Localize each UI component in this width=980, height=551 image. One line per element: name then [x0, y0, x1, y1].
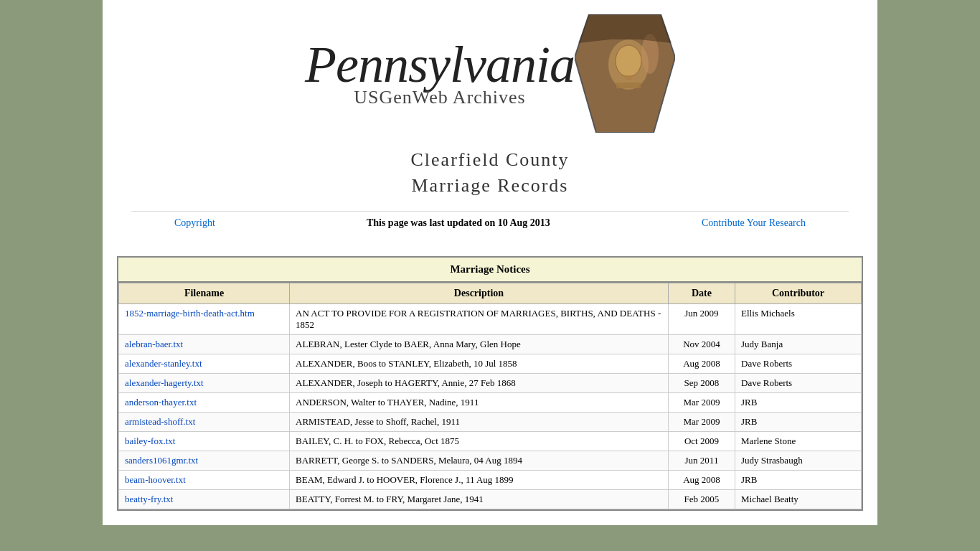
date-cell: Mar 2009 [668, 392, 735, 412]
last-updated-text: This page was last updated on 10 Aug 201… [367, 217, 550, 229]
date-cell: Mar 2009 [668, 412, 735, 431]
table-row: 1852-marriage-birth-death-act.htmAN ACT … [119, 303, 862, 334]
description-cell: BEATTY, Forrest M. to FRY, Margaret Jane… [290, 489, 669, 509]
contribute-link[interactable]: Contribute Your Research [702, 217, 806, 229]
footer-nav: Copyright This page was last updated on … [131, 211, 849, 235]
contributor-cell: JRB [735, 412, 862, 431]
description-cell: ARMISTEAD, Jesse to Shoff, Rachel, 1911 [290, 412, 669, 431]
filename-link[interactable]: beam-hoover.txt [125, 474, 186, 485]
contributor-cell: Dave Roberts [735, 373, 862, 392]
page-title-area: Clearfield County Marriage Records [131, 147, 849, 199]
table-row: anderson-thayer.txtANDERSON, Walter to T… [119, 392, 862, 412]
description-cell: AN ACT TO PROVIDE FOR A REGISTRATION OF … [290, 303, 669, 334]
contributor-cell: Ellis Michaels [735, 303, 862, 334]
table-row: armistead-shoff.txtARMISTEAD, Jesse to S… [119, 412, 862, 431]
contributor-cell: Marlene Stone [735, 431, 862, 451]
svg-rect-5 [625, 75, 632, 80]
table-row: beatty-fry.txtBEATTY, Forrest M. to FRY,… [119, 489, 862, 509]
table-row: alexander-hagerty.txtALEXANDER, Joseph t… [119, 373, 862, 392]
filename-link[interactable]: beatty-fry.txt [125, 494, 173, 504]
filename-link[interactable]: 1852-marriage-birth-death-act.htm [125, 308, 255, 319]
contributor-cell: Judy Strasbaugh [735, 451, 862, 470]
main-content: Marriage Notices Filename Description Da… [103, 249, 877, 525]
description-cell: ALEBRAN, Lester Clyde to BAER, Anna Mary… [290, 334, 669, 354]
contributor-cell: Judy Banja [735, 334, 862, 354]
description-cell: BAILEY, C. H. to FOX, Rebecca, Oct 1875 [290, 431, 669, 451]
date-cell: Aug 2008 [668, 354, 735, 373]
copyright-link[interactable]: Copyright [174, 217, 215, 229]
col-header-date: Date [668, 283, 735, 303]
filename-link[interactable]: sanders1061gmr.txt [125, 455, 198, 466]
contributor-cell: JRB [735, 392, 862, 412]
table-row: beam-hoover.txtBEAM, Edward J. to HOOVER… [119, 470, 862, 489]
date-cell: Oct 2009 [668, 431, 735, 451]
contributor-cell: JRB [735, 470, 862, 489]
header-section: Pennsylvania USGenWeb Archives [103, 0, 877, 249]
table-row: alexander-stanley.txtALEXANDER, Boos to … [119, 354, 862, 373]
svg-point-4 [616, 45, 641, 77]
table-row: sanders1061gmr.txtBARRETT, George S. to … [119, 451, 862, 470]
table-row: alebran-baer.txtALEBRAN, Lester Clyde to… [119, 334, 862, 354]
table-row: bailey-fox.txtBAILEY, C. H. to FOX, Rebe… [119, 431, 862, 451]
date-cell: Sep 2008 [668, 373, 735, 392]
description-cell: ALEXANDER, Boos to STANLEY, Elizabeth, 1… [290, 354, 669, 373]
contributor-cell: Dave Roberts [735, 354, 862, 373]
svg-marker-7 [578, 14, 672, 43]
filename-link[interactable]: alebran-baer.txt [125, 339, 183, 349]
page-wrapper: Pennsylvania USGenWeb Archives [103, 0, 877, 525]
description-cell: ALEXANDER, Joseph to HAGERTY, Annie, 27 … [290, 373, 669, 392]
table-header-row: Filename Description Date Contributor [119, 283, 862, 303]
table-section-title: Marriage Notices [118, 258, 862, 283]
date-cell: Aug 2008 [668, 470, 735, 489]
description-cell: ANDERSON, Walter to THAYER, Nadine, 1911 [290, 392, 669, 412]
col-header-contributor: Contributor [735, 283, 862, 303]
records-table: Filename Description Date Contributor 18… [118, 283, 862, 509]
records-table-wrapper: Marriage Notices Filename Description Da… [117, 256, 863, 511]
pennsylvania-logo-text: Pennsylvania [305, 39, 575, 90]
logo-area: Pennsylvania USGenWeb Archives [131, 14, 849, 133]
date-cell: Feb 2005 [668, 489, 735, 509]
contributor-cell: Michael Beatty [735, 489, 862, 509]
description-cell: BARRETT, George S. to SANDERS, Melaura, … [290, 451, 669, 470]
keystone-badge [575, 14, 675, 133]
svg-rect-3 [616, 83, 641, 88]
date-cell: Jun 2009 [668, 303, 735, 334]
filename-link[interactable]: anderson-thayer.txt [125, 397, 197, 408]
filename-link[interactable]: armistead-shoff.txt [125, 416, 195, 427]
date-cell: Jun 2011 [668, 451, 735, 470]
date-cell: Nov 2004 [668, 334, 735, 354]
logo-text-area: Pennsylvania USGenWeb Archives [305, 39, 575, 108]
page-title: Clearfield County Marriage Records [131, 147, 849, 199]
col-header-filename: Filename [119, 283, 290, 303]
col-header-description: Description [290, 283, 669, 303]
filename-link[interactable]: bailey-fox.txt [125, 435, 175, 446]
description-cell: BEAM, Edward J. to HOOVER, Florence J., … [290, 470, 669, 489]
filename-link[interactable]: alexander-stanley.txt [125, 358, 202, 369]
filename-link[interactable]: alexander-hagerty.txt [125, 377, 204, 388]
